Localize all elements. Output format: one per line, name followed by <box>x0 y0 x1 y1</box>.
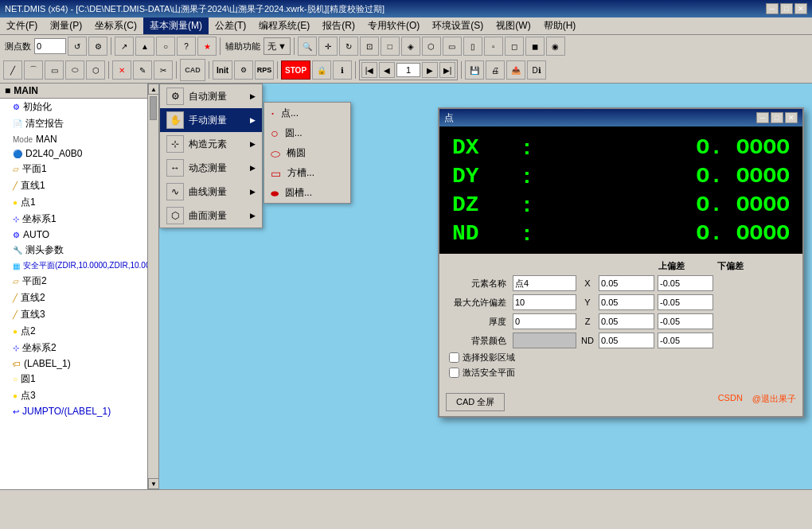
dialog-maximize-btn[interactable]: □ <box>771 112 783 123</box>
tb-ellipse-btn[interactable]: ⬭ <box>65 60 84 80</box>
dialog-close-btn[interactable]: ✕ <box>785 112 798 123</box>
tb-init2-btn[interactable]: ⚙ <box>234 60 253 80</box>
tb-detail-btn[interactable]: Dℹ <box>527 60 546 80</box>
tree-item-line2[interactable]: ╱ 直线2 <box>0 290 147 306</box>
page-input[interactable] <box>396 63 420 77</box>
submenu-circle[interactable]: ○ 圆... <box>264 123 350 143</box>
element-name-input[interactable] <box>513 275 576 291</box>
tb-export-btn[interactable]: 📤 <box>506 60 525 80</box>
menu-tolerance[interactable]: 公差(T) <box>209 18 252 34</box>
tree-item-label1[interactable]: 🏷 (LABEL_1) <box>0 356 147 371</box>
tb-wire-btn[interactable]: ◻ <box>505 37 524 56</box>
nav-first-btn[interactable]: |◀ <box>361 62 377 78</box>
tb-edit-btn[interactable]: ✎ <box>133 60 152 80</box>
tb-tri-btn[interactable]: ▲ <box>135 37 154 56</box>
x-upper-input[interactable] <box>599 275 654 291</box>
init-btn[interactable]: Init <box>213 60 232 80</box>
submenu-rect[interactable]: ▭ 方槽... <box>264 163 350 183</box>
tb-zoom-btn[interactable]: 🔍 <box>298 37 317 56</box>
nd-upper-input[interactable] <box>599 333 654 348</box>
dropdown-auto[interactable]: ⚙ 自动测量 ▶ <box>160 84 262 108</box>
tb-arrow-btn[interactable]: ↗ <box>115 37 134 56</box>
close-button[interactable]: ✕ <box>794 3 807 14</box>
menu-coord[interactable]: 坐标系(C) <box>88 18 143 34</box>
scrollbar-thumb[interactable] <box>150 96 157 120</box>
tree-item-auto[interactable]: ⚙ AUTO <box>0 228 147 242</box>
tree-item-line1[interactable]: ╱ 直线1 <box>0 177 147 194</box>
nav-next-btn[interactable]: ▶ <box>422 62 438 78</box>
menu-help[interactable]: 帮助(H) <box>537 18 583 34</box>
tree-item-line3[interactable]: ╱ 直线3 <box>0 306 147 323</box>
tb-rotate-btn[interactable]: ↻ <box>339 37 358 56</box>
tb-arc-btn[interactable]: ⌒ <box>24 60 43 80</box>
tb-solid-btn[interactable]: ◼ <box>525 37 545 56</box>
submenu-point[interactable]: · 点... <box>264 103 350 123</box>
tb-view-btn[interactable]: □ <box>381 37 400 56</box>
menu-special[interactable]: 专用软件(O) <box>361 18 426 34</box>
tree-item-point2[interactable]: ● 点2 <box>0 323 147 340</box>
submenu-slot[interactable]: ⬬ 圆槽... <box>264 183 350 203</box>
tb-poly-btn[interactable]: ⬡ <box>86 60 105 80</box>
menu-env[interactable]: 环境设置(S) <box>426 18 490 34</box>
tb-btn-2[interactable]: ⚙ <box>88 37 107 56</box>
tb-shade-btn[interactable]: ◉ <box>546 37 565 56</box>
dropdown-surface[interactable]: ⬡ 曲面测量 ▶ <box>160 204 262 228</box>
menu-measure[interactable]: 测量(P) <box>44 18 88 34</box>
dropdown-dynamic[interactable]: ↔ 动态测量 ▶ <box>160 156 262 180</box>
y-upper-input[interactable] <box>599 294 654 310</box>
stop-btn[interactable]: STOP <box>281 60 310 80</box>
tb-lock-btn[interactable]: 🔒 <box>312 60 331 80</box>
tree-item-plane1[interactable]: ▱ 平面1 <box>0 161 147 177</box>
tb-side-btn[interactable]: ▯ <box>463 37 482 56</box>
menu-report[interactable]: 报告(R) <box>316 18 361 34</box>
tb-btn-1[interactable]: ↺ <box>68 37 87 56</box>
tree-item-point3[interactable]: ● 点3 <box>0 387 147 404</box>
tree-scrollbar[interactable]: ▲ ▼ <box>147 84 158 489</box>
dialog-minimize-btn[interactable]: ─ <box>756 112 769 123</box>
tb-star-btn[interactable]: ★ <box>197 37 217 56</box>
y-lower-input[interactable] <box>658 294 713 310</box>
tb-top-btn[interactable]: ▫ <box>484 37 503 56</box>
dropdown-manual[interactable]: ✋ 手动测量 ▶ <box>160 108 262 132</box>
tb-front-btn[interactable]: ▭ <box>443 37 462 56</box>
bg-color-picker[interactable] <box>513 333 576 348</box>
nav-last-btn[interactable]: ▶| <box>439 62 455 78</box>
tb-trim-btn[interactable]: ✂ <box>154 60 173 80</box>
maximize-button[interactable]: □ <box>780 3 793 14</box>
dropdown-construct[interactable]: ⊹ 构造元素 ▶ <box>160 132 262 156</box>
tree-item-coord2[interactable]: ⊹ 坐标系2 <box>0 340 147 356</box>
cad-fullscreen-btn[interactable]: CAD 全屏 <box>446 393 505 411</box>
tree-item-d2l40[interactable]: 🔵 D2L40_A0B0 <box>0 146 147 161</box>
tree-item-man[interactable]: Mode MAN <box>0 132 147 146</box>
tree-item-plane2[interactable]: ▱ 平面2 <box>0 273 147 290</box>
tb-iso-btn[interactable]: ⬡ <box>422 37 441 56</box>
projection-checkbox[interactable] <box>449 352 459 363</box>
tb-fit-btn[interactable]: ⊡ <box>360 37 379 56</box>
submenu-ellipse[interactable]: ⬭ 椭圆 <box>264 143 350 163</box>
tb-move-btn[interactable]: ✛ <box>318 37 338 56</box>
tree-item-jumpto[interactable]: ↩ JUMPTO/(LABEL_1) <box>0 404 147 418</box>
tb-question-btn[interactable]: ? <box>177 37 196 56</box>
tree-item-init[interactable]: ⚙ 初始化 <box>0 99 147 115</box>
x-lower-input[interactable] <box>658 275 713 291</box>
aux-select[interactable]: 无 ▼ <box>264 37 291 55</box>
tb-persp-btn[interactable]: ◈ <box>401 37 420 56</box>
tree-item-safety[interactable]: ▦ 安全平面(ZDIR,10.0000,ZDIR,10.0000,ON) <box>0 259 147 273</box>
menu-view[interactable]: 视图(W) <box>490 18 537 34</box>
menu-program[interactable]: 编程系统(E) <box>252 18 316 34</box>
measure-count-input[interactable] <box>34 38 66 54</box>
tb-circ-btn[interactable]: ○ <box>156 37 175 56</box>
nav-prev-btn[interactable]: ◀ <box>379 62 395 78</box>
tb-info-btn[interactable]: ℹ <box>333 60 352 80</box>
tree-item-probe[interactable]: 🔧 测头参数 <box>0 242 147 259</box>
scrollbar-down-btn[interactable]: ▼ <box>148 478 159 489</box>
menu-file[interactable]: 文件(F) <box>0 18 44 34</box>
tb-save-btn[interactable]: 💾 <box>465 60 484 80</box>
tb-rect2-btn[interactable]: ▭ <box>45 60 64 80</box>
tb-red-x-btn[interactable]: ✕ <box>112 60 131 80</box>
tree-item-point1[interactable]: ● 点1 <box>0 194 147 211</box>
z-lower-input[interactable] <box>658 313 713 329</box>
z-upper-input[interactable] <box>599 313 654 329</box>
safety-checkbox[interactable] <box>449 368 459 378</box>
tb-print-btn[interactable]: 🖨 <box>486 60 505 80</box>
